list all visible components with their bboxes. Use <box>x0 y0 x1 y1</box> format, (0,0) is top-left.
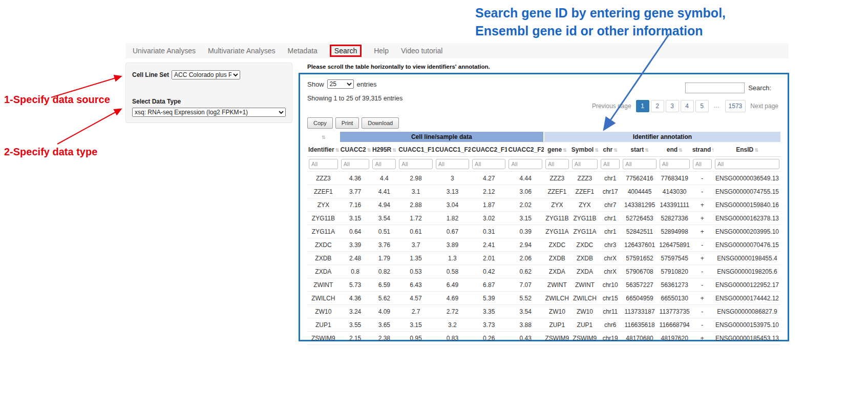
control-panel: Cell Line Set ACC Colorado plus PDX Sele… <box>125 63 292 123</box>
filter-input-strand[interactable] <box>693 159 712 169</box>
table-cell: 0.39 <box>507 225 543 238</box>
column-header-ensid[interactable]: EnsID⇅ <box>713 143 781 157</box>
table-cell: chr3 <box>599 238 621 252</box>
filter-input-cuacc2-f1[interactable] <box>472 159 505 169</box>
step2-annotation: 2-Specify data type <box>4 146 97 158</box>
table-cell: 5.52 <box>507 292 543 305</box>
column-header-chr[interactable]: chr⇅ <box>599 143 621 157</box>
nav-item-metadata[interactable]: Metadata <box>287 47 317 55</box>
nav-item-multivariate-analyses[interactable]: Multivariate Analyses <box>208 47 276 55</box>
data-type-select[interactable]: xsq: RNA-seq Expression (log2 FPKM+1) <box>132 108 286 117</box>
sort-icon: ⇅ <box>754 148 758 153</box>
download-button[interactable]: Download <box>362 117 399 129</box>
filter-input-cuacc1-f2[interactable] <box>436 159 469 169</box>
page-button-2[interactable]: 2 <box>651 100 664 112</box>
filter-input-identifier[interactable] <box>309 159 338 169</box>
table-cell: 4.36 <box>340 292 371 305</box>
table-cell: 3.15 <box>507 212 543 225</box>
column-header-end[interactable]: end⇅ <box>658 143 691 157</box>
search-control: Search: <box>685 83 771 93</box>
table-cell: - <box>691 238 713 252</box>
column-header-gene[interactable]: gene⇅ <box>544 143 570 157</box>
pagination-ellipsis: … <box>710 100 724 112</box>
table-cell: 77683419 <box>658 172 691 185</box>
column-header-cuacc1-f2[interactable]: CUACC1_F2⇅ <box>434 143 471 157</box>
table-cell: 57597545 <box>658 252 691 265</box>
table-cell: 0.64 <box>340 225 371 238</box>
column-label: CUACC2_F1 <box>472 146 507 153</box>
filter-input-chr[interactable] <box>601 159 620 169</box>
column-header-h295r[interactable]: H295R⇅ <box>371 143 397 157</box>
table-cell: chrX <box>599 252 621 265</box>
table-cell: ENSG00000159840.16 <box>713 198 781 212</box>
column-header-start[interactable]: start⇅ <box>621 143 658 157</box>
table-cell: 3.65 <box>371 318 397 332</box>
page-button-5[interactable]: 5 <box>695 100 709 112</box>
table-cell: 3.88 <box>507 318 543 332</box>
step2-arrow <box>57 109 121 144</box>
table-cell: ENSG00000122952.17 <box>713 278 781 292</box>
table-cell: 3 <box>434 172 471 185</box>
page-button-3[interactable]: 3 <box>666 100 679 112</box>
sort-icon: ⇅ <box>712 148 713 153</box>
table-cell: 113733187 <box>621 305 658 318</box>
page-length-select[interactable]: 25 <box>327 79 354 89</box>
nav-item-search[interactable]: Search <box>330 45 362 57</box>
column-header-cuacc2[interactable]: CUACC2⇅ <box>340 143 371 157</box>
filter-input-gene[interactable] <box>545 159 569 169</box>
print-button[interactable]: Print <box>335 117 359 129</box>
filter-input-cuacc1-f1[interactable] <box>399 159 432 169</box>
nav-item-video-tutorial[interactable]: Video tutorial <box>401 47 442 55</box>
filter-input-cuacc2[interactable] <box>341 159 370 169</box>
column-header-cuacc1-f1[interactable]: CUACC1_F1⇅ <box>397 143 434 157</box>
table-cell: ZXDC <box>307 238 340 252</box>
filter-input-ensid[interactable] <box>715 159 779 169</box>
filter-input-h295r[interactable] <box>372 159 396 169</box>
table-row: ZXDA0.80.820.530.580.420.62ZXDAZXDAchrX5… <box>307 265 781 278</box>
table-cell: chr15 <box>599 292 621 305</box>
page-button-1573[interactable]: 1573 <box>725 100 746 112</box>
sort-icon: ⇅ <box>563 148 567 153</box>
filter-input-cuacc2-f2[interactable] <box>509 159 542 169</box>
group-header-sample-data: Cell line/sample data <box>340 131 544 143</box>
sort-icon: ⇅ <box>367 148 371 153</box>
previous-page-button[interactable]: Previous page <box>589 100 634 112</box>
column-header-strand[interactable]: strand⇅ <box>691 143 713 157</box>
gene-table: ⇅Cell line/sample dataIdentifier annotat… <box>307 131 781 345</box>
table-cell: ENSG00000203995.10 <box>713 225 781 238</box>
nav-item-help[interactable]: Help <box>374 47 389 55</box>
table-cell: ENSG00000153975.10 <box>713 318 781 332</box>
step1-annotation: 1-Specify data source <box>4 94 110 106</box>
table-cell: ZUP1 <box>307 318 340 332</box>
table-cell: ZW10 <box>570 305 599 318</box>
group-header-empty[interactable]: ⇅ <box>307 131 340 143</box>
cell-line-set-select[interactable]: ACC Colorado plus PDX <box>172 70 240 79</box>
page-button-4[interactable]: 4 <box>681 100 694 112</box>
table-cell: 1.72 <box>397 212 434 225</box>
table-cell: 143391111 <box>658 198 691 212</box>
table-cell: ZYX <box>307 198 340 212</box>
next-page-button[interactable]: Next page <box>747 100 781 112</box>
filter-input-start[interactable] <box>623 159 656 169</box>
column-label: gene <box>547 146 562 153</box>
table-cell: ZXDB <box>544 252 570 265</box>
search-input[interactable] <box>685 83 745 93</box>
column-header-symbol[interactable]: Symbol⇅ <box>570 143 599 157</box>
table-cell: 1.79 <box>371 252 397 265</box>
table-cell: ZWINT <box>570 278 599 292</box>
column-header-cuacc2-f1[interactable]: CUACC2_F1⇅ <box>471 143 507 157</box>
table-cell: 3.35 <box>471 305 507 318</box>
table-cell: ENSG00000174442.12 <box>713 292 781 305</box>
table-cell: 4.41 <box>371 185 397 198</box>
copy-button[interactable]: Copy <box>307 117 333 129</box>
table-cell: 4.57 <box>397 292 434 305</box>
show-entries-control: Show 25 entries <box>307 79 377 89</box>
filter-input-end[interactable] <box>660 159 690 169</box>
table-cell: 2.98 <box>397 172 434 185</box>
nav-item-univariate-analyses[interactable]: Univariate Analyses <box>133 47 196 55</box>
column-header-identifier[interactable]: Identifier⇅ <box>307 143 340 157</box>
table-cell: 0.62 <box>507 265 543 278</box>
filter-input-symbol[interactable] <box>572 159 598 169</box>
column-header-cuacc2-f2[interactable]: CUACC2_F2⇅ <box>507 143 543 157</box>
page-button-1[interactable]: 1 <box>636 100 649 112</box>
